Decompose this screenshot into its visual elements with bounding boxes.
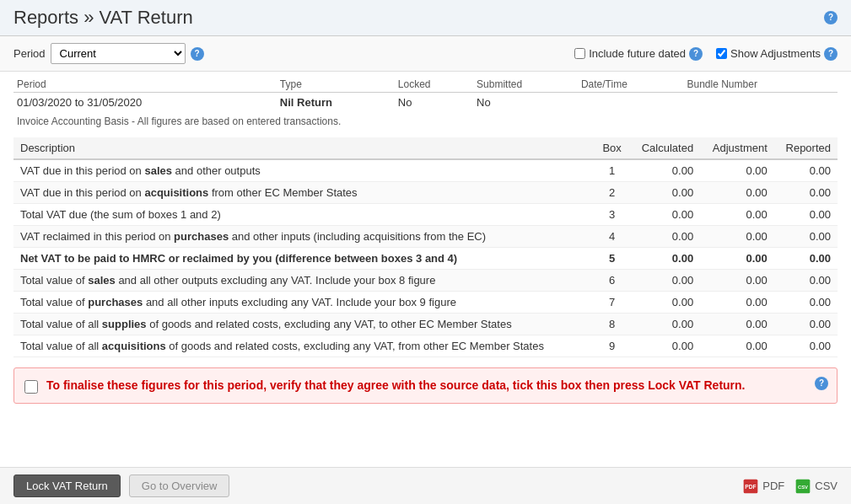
csv-label: CSV: [815, 480, 838, 492]
col-bundle: Bundle Number: [684, 75, 838, 93]
vat-row-calculated: 0.00: [629, 335, 700, 357]
vat-row-calculated: 0.00: [629, 248, 700, 270]
vat-row-reported: 0.00: [774, 248, 838, 270]
col-submitted: Submitted: [473, 75, 578, 93]
vat-table-row: VAT reclaimed in this period on purchase…: [13, 226, 838, 248]
vat-row-calculated: 0.00: [629, 182, 700, 204]
period-help-icon[interactable]: ?: [191, 47, 204, 61]
vat-row-box: 7: [595, 292, 630, 314]
col-datetime: Date/Time: [578, 75, 684, 93]
vat-table-row: Net VAT to be paid to HMRC or reclaimed …: [13, 248, 838, 270]
vat-row-adjustment: 0.00: [700, 226, 774, 248]
csv-icon: CSV: [794, 478, 811, 495]
vat-row-reported: 0.00: [774, 182, 838, 204]
vat-row-adjustment: 0.00: [700, 204, 774, 226]
col-period: Period: [13, 75, 277, 93]
locked-value: No: [395, 93, 473, 113]
vat-row-description: VAT due in this period on acquisitions f…: [13, 182, 595, 204]
type-value: Nil Return: [277, 93, 395, 113]
svg-text:PDF: PDF: [746, 484, 757, 490]
show-adjustments-help-icon[interactable]: ?: [824, 47, 838, 61]
col-type: Type: [277, 75, 395, 93]
vat-row-box: 6: [595, 270, 630, 292]
vat-row-calculated: 0.00: [629, 292, 700, 314]
include-future-dated-help-icon[interactable]: ?: [689, 47, 703, 61]
toolbar-left: Period Current Previous Custom ?: [13, 43, 204, 64]
vat-row-calculated: 0.00: [629, 204, 700, 226]
vat-row-adjustment: 0.00: [700, 182, 774, 204]
vat-row-box: 9: [595, 335, 630, 357]
vat-row-box: 1: [595, 159, 630, 182]
show-adjustments-label[interactable]: Show Adjustments ?: [716, 47, 838, 61]
col-locked: Locked: [395, 75, 473, 93]
vat-table-row: VAT due in this period on acquisitions f…: [13, 182, 838, 204]
vat-table-row: Total VAT due (the sum of boxes 1 and 2)…: [13, 204, 838, 226]
datetime-value: [578, 93, 684, 113]
th-reported: Reported: [774, 137, 838, 159]
vat-table-row: Total value of all acquisitions of goods…: [13, 335, 838, 357]
svg-text:CSV: CSV: [798, 485, 808, 490]
vat-row-reported: 0.00: [774, 314, 838, 335]
include-future-dated-checkbox[interactable]: [574, 48, 585, 59]
page-footer: Lock VAT Return Go to Overview PDF PDF C…: [0, 467, 851, 504]
vat-row-description: Total value of all acquisitions of goods…: [13, 335, 595, 357]
page-title: Reports » VAT Return: [13, 7, 193, 29]
include-future-dated-label[interactable]: Include future dated ?: [574, 47, 703, 61]
th-box: Box: [595, 137, 630, 159]
toolbar: Period Current Previous Custom ? Include…: [0, 36, 851, 72]
vat-table-row: Total value of sales and all other outpu…: [13, 270, 838, 292]
vat-row-reported: 0.00: [774, 335, 838, 357]
vat-row-adjustment: 0.00: [700, 248, 774, 270]
period-value: 01/03/2020 to 31/05/2020: [13, 93, 277, 113]
page-header: Reports » VAT Return ?: [0, 0, 851, 36]
th-calculated: Calculated: [629, 137, 700, 159]
notice-help-icon[interactable]: ?: [815, 377, 828, 390]
vat-row-reported: 0.00: [774, 204, 838, 226]
bundle-value: [684, 93, 838, 113]
vat-row-description: Total value of purchases and all other i…: [13, 292, 595, 314]
vat-table-row: Total value of purchases and all other i…: [13, 292, 838, 314]
vat-row-box: 3: [595, 204, 630, 226]
toolbar-right: Include future dated ? Show Adjustments …: [574, 47, 838, 61]
lock-vat-return-button[interactable]: Lock VAT Return: [13, 475, 121, 497]
th-description: Description: [13, 137, 595, 159]
vat-row-adjustment: 0.00: [700, 270, 774, 292]
vat-row-calculated: 0.00: [629, 226, 700, 248]
vat-row-description: Net VAT to be paid to HMRC or reclaimed …: [13, 248, 595, 270]
vat-table: Description Box Calculated Adjustment Re…: [13, 137, 838, 357]
period-label: Period: [13, 47, 46, 60]
notice-text: To finalise these figures for this perio…: [46, 377, 827, 394]
period-info-row: 01/03/2020 to 31/05/2020 Nil Return No N…: [13, 93, 838, 113]
vat-table-row: VAT due in this period on sales and othe…: [13, 159, 838, 182]
vat-row-box: 5: [595, 248, 630, 270]
notice-checkbox[interactable]: [24, 380, 38, 394]
vat-row-description: VAT due in this period on sales and othe…: [13, 159, 595, 182]
vat-row-reported: 0.00: [774, 292, 838, 314]
vat-row-adjustment: 0.00: [700, 335, 774, 357]
vat-row-box: 2: [595, 182, 630, 204]
vat-row-description: Total value of all supplies of goods and…: [13, 314, 595, 335]
vat-row-adjustment: 0.00: [700, 292, 774, 314]
vat-row-description: Total value of sales and all other outpu…: [13, 270, 595, 292]
vat-row-adjustment: 0.00: [700, 159, 774, 182]
vat-row-reported: 0.00: [774, 159, 838, 182]
vat-row-calculated: 0.00: [629, 270, 700, 292]
go-to-overview-button[interactable]: Go to Overview: [129, 475, 230, 497]
pdf-export-button[interactable]: PDF PDF: [742, 478, 784, 495]
vat-row-description: VAT reclaimed in this period on purchase…: [13, 226, 595, 248]
footer-right: PDF PDF CSV CSV: [742, 478, 838, 495]
include-future-dated-text: Include future dated: [589, 47, 686, 60]
vat-row-calculated: 0.00: [629, 159, 700, 182]
vat-row-description: Total VAT due (the sum of boxes 1 and 2): [13, 204, 595, 226]
period-select[interactable]: Current Previous Custom: [51, 43, 186, 64]
header-help-icon[interactable]: ?: [824, 11, 838, 24]
show-adjustments-text: Show Adjustments: [730, 47, 821, 60]
basis-note: Invoice Accounting Basis - All figures a…: [13, 112, 838, 134]
show-adjustments-checkbox[interactable]: [716, 48, 727, 59]
vat-row-box: 4: [595, 226, 630, 248]
period-info-table: Period Type Locked Submitted Date/Time B…: [13, 75, 838, 112]
pdf-icon: PDF: [742, 478, 759, 495]
csv-export-button[interactable]: CSV CSV: [794, 478, 838, 495]
vat-row-box: 8: [595, 314, 630, 335]
vat-row-reported: 0.00: [774, 270, 838, 292]
